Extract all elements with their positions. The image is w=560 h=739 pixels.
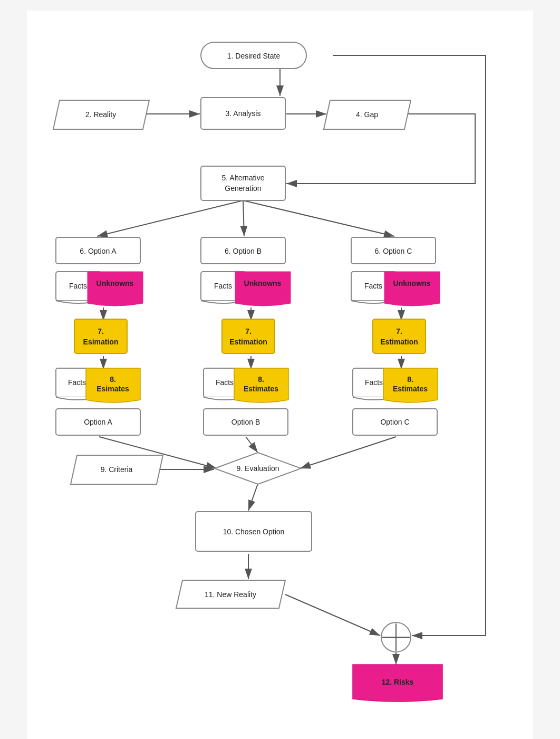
- estimates-b-label: 8.: [258, 375, 264, 383]
- new-reality-node: 11. New Reality: [176, 580, 285, 608]
- gap-node: 4. Gap: [324, 100, 411, 129]
- arrow-newreality-to-circle: [285, 594, 380, 636]
- unknowns-a-node: Unknowns: [88, 272, 143, 306]
- facts-c2-label: Facts: [365, 378, 383, 387]
- desired-state-node: 1. Desired State: [201, 42, 306, 69]
- arrow-altgen-to-optionC: [243, 200, 394, 236]
- unknowns-c-label: Unknowns: [393, 279, 431, 287]
- unknowns-c-node: Unknowns: [384, 272, 440, 306]
- gap-label: 4. Gap: [356, 110, 378, 119]
- option-b-bottom-node: Option B: [204, 409, 288, 435]
- arrow-optionC-to-eval: [300, 437, 396, 468]
- estimation-a-node: 7. Esimation: [74, 319, 127, 353]
- option-b-bottom-label: Option B: [231, 418, 260, 426]
- option-a-bottom-label: Option A: [84, 418, 112, 426]
- facts-b2-label: Facts: [216, 378, 234, 387]
- chosen-option-label: 10. Chosen Option: [223, 527, 285, 536]
- facts-c1-label: Facts: [364, 282, 382, 290]
- arrow-optionB-to-eval: [246, 437, 258, 453]
- alt-gen-label2: Generation: [225, 184, 261, 193]
- facts-b1-label: Facts: [214, 282, 232, 290]
- option-a-bottom-node: Option A: [56, 409, 140, 435]
- junction-circle-node: [381, 622, 411, 652]
- unknowns-a-label: Unknowns: [96, 279, 134, 287]
- option-a-node: 6. Option A: [56, 237, 140, 264]
- estimation-b-label2: Estimation: [229, 338, 267, 346]
- estimates-c-label2: Estimates: [393, 385, 428, 393]
- reality-label: 2. Reality: [85, 110, 116, 119]
- criteria-label: 9. Criteria: [101, 465, 133, 474]
- criteria-node: 9. Criteria: [71, 455, 163, 484]
- unknowns-b-label: Unknowns: [244, 279, 282, 287]
- risks-node: 12. Risks: [353, 665, 442, 702]
- reality-node: 2. Reality: [53, 100, 149, 129]
- desired-state-label: 1. Desired State: [227, 52, 281, 60]
- estimation-b-node: 7. Estimation: [222, 319, 275, 353]
- estimates-b-node: 8. Estimates: [234, 368, 288, 402]
- option-b-node: 6. Option B: [201, 237, 285, 264]
- estimation-a-label2: Esimation: [83, 338, 119, 346]
- analysis-label: 3. Analysis: [226, 109, 261, 118]
- estimates-a-node: 8. Esimates: [86, 368, 140, 402]
- option-c-node: 6. Option C: [351, 237, 436, 264]
- estimation-c-label: 7.: [396, 327, 402, 335]
- arrow-altgen-to-optionB: [243, 200, 244, 236]
- chosen-option-node: 10. Chosen Option: [196, 512, 312, 551]
- estimates-c-label: 8.: [407, 375, 413, 383]
- estimation-c-label2: Estimation: [380, 338, 418, 346]
- estimation-a-label: 7.: [98, 327, 104, 335]
- option-c-label: 6. Option C: [375, 247, 412, 255]
- analysis-node: 3. Analysis: [201, 98, 285, 129]
- estimation-c-node: 7. Estimation: [373, 319, 426, 353]
- estimates-a-label2: Esimates: [96, 385, 129, 393]
- evaluation-node: 9. Evaluation: [215, 453, 301, 484]
- alt-gen-node: 5. Alternative Generation: [201, 166, 285, 200]
- svg-rect-14: [222, 319, 275, 353]
- new-reality-label: 11. New Reality: [205, 590, 256, 599]
- estimates-c-node: 8. Estimates: [383, 368, 438, 402]
- diagram-container: 1. Desired State 2. Reality 3. Analysis …: [27, 11, 533, 739]
- option-c-bottom-node: Option C: [353, 409, 437, 435]
- svg-rect-15: [373, 319, 426, 353]
- risks-label: 12. Risks: [382, 678, 414, 686]
- facts-a2-label: Facts: [68, 378, 86, 387]
- option-a-label: 6. Option A: [80, 247, 117, 255]
- arrow-altgen-to-optionA: [97, 200, 243, 236]
- estimation-b-label: 7.: [245, 327, 252, 335]
- unknowns-b-node: Unknowns: [235, 272, 291, 306]
- estimates-b-label2: Estimates: [244, 385, 278, 393]
- alt-gen-label: 5. Alternative: [222, 174, 265, 182]
- option-c-bottom-label: Option C: [380, 418, 409, 426]
- option-b-label: 6. Option B: [225, 247, 262, 255]
- facts-a1-label: Facts: [69, 282, 87, 290]
- svg-rect-13: [74, 319, 127, 353]
- estimates-a-label: 8.: [110, 375, 116, 383]
- evaluation-label: 9. Evaluation: [237, 464, 279, 473]
- svg-rect-6: [201, 166, 285, 200]
- arrow-eval-to-chosen: [248, 484, 258, 511]
